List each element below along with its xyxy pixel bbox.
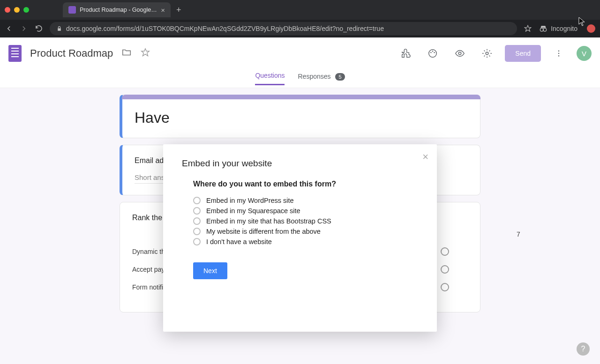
radio-icon[interactable] <box>193 197 201 204</box>
modal-prompt: Where do you want to embed this form? <box>193 180 418 188</box>
radio-icon[interactable] <box>193 217 201 225</box>
embed-option[interactable]: I don't have a website <box>193 238 418 245</box>
embed-option-label: I don't have a website <box>206 238 272 245</box>
radio-icon[interactable] <box>193 228 201 235</box>
incognito-indicator: Incognito <box>539 24 578 33</box>
window-zoom-icon[interactable] <box>23 7 29 13</box>
url-text: docs.google.com/forms/d/1uSTOK0BQCmKpNEw… <box>66 25 384 32</box>
incognito-icon <box>539 24 548 33</box>
incognito-label: Incognito <box>551 25 578 32</box>
embed-option[interactable]: Embed in my WordPress site <box>193 197 418 204</box>
help-fab-icon[interactable]: ? <box>577 342 590 356</box>
browser-toolbar: docs.google.com/forms/d/1uSTOK0BQCmKpNEw… <box>0 20 600 37</box>
address-bar[interactable]: docs.google.com/forms/d/1uSTOK0BQCmKpNEw… <box>50 22 517 35</box>
svg-point-0 <box>540 28 544 31</box>
new-tab-button[interactable]: + <box>173 5 184 15</box>
browser-tab[interactable]: Product Roadmap - Google Form × <box>63 2 171 17</box>
window-traffic-lights <box>5 7 29 13</box>
window-minimize-icon[interactable] <box>14 7 20 13</box>
tab-favicon-icon <box>68 6 76 14</box>
bookmark-star-icon[interactable] <box>524 24 532 33</box>
lock-icon <box>56 26 62 32</box>
embed-option[interactable]: Embed in my site that has Bootstrap CSS <box>193 217 418 225</box>
nav-reload-icon[interactable] <box>35 24 43 33</box>
embed-option-label: My website is different from the above <box>206 228 321 235</box>
radio-icon[interactable] <box>193 207 201 215</box>
window-close-icon[interactable] <box>5 7 10 13</box>
browser-titlebar: Product Roadmap - Google Form × + <box>0 0 600 20</box>
svg-point-1 <box>543 28 547 31</box>
nav-forward-icon[interactable] <box>20 24 28 33</box>
modal-title: Embed in your website <box>182 158 418 169</box>
embed-option[interactable]: My website is different from the above <box>193 228 418 235</box>
nav-back-icon[interactable] <box>5 24 13 33</box>
forms-app: Product Roadmap Send V Questions Respons… <box>0 37 600 364</box>
embed-option[interactable]: Embed in my Squarespace site <box>193 207 418 215</box>
modal-options: Embed in my WordPress siteEmbed in my Sq… <box>193 197 418 245</box>
modal-close-icon[interactable]: × <box>422 151 428 163</box>
embed-option-label: Embed in my site that has Bootstrap CSS <box>206 217 331 225</box>
modal-next-button[interactable]: Next <box>193 262 227 279</box>
mouse-cursor-icon <box>578 17 585 28</box>
radio-icon[interactable] <box>193 238 201 245</box>
embed-option-label: Embed in my WordPress site <box>206 197 294 204</box>
browser-chrome: Product Roadmap - Google Form × + docs.g… <box>0 0 600 37</box>
extension-badge-icon[interactable] <box>587 24 595 33</box>
embed-modal: × Embed in your website Where do you wan… <box>163 144 437 332</box>
tab-close-icon[interactable]: × <box>161 6 165 14</box>
tab-title: Product Roadmap - Google Form <box>80 7 157 13</box>
embed-option-label: Embed in my Squarespace site <box>206 207 300 215</box>
